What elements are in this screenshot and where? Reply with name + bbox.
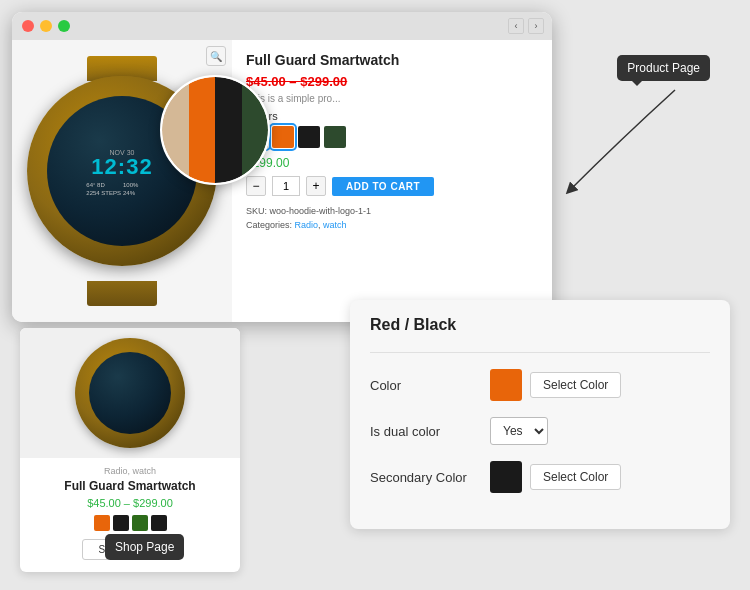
watch-stats: 64° 8D100% 2254 STEPS24% xyxy=(86,182,157,196)
minimize-button[interactable] xyxy=(40,20,52,32)
color-zoom-popup xyxy=(160,75,270,185)
secondary-color-control: Select Color xyxy=(490,461,621,493)
watch-time-display: 12:32 xyxy=(91,156,152,178)
current-price: $299.00 xyxy=(246,156,538,170)
shop-category: Radio, watch xyxy=(32,466,228,476)
categories-text: Categories: Radio, watch xyxy=(246,218,538,232)
popup-swatch-orange xyxy=(189,77,216,183)
add-to-cart-row: − + ADD TO CART xyxy=(246,176,538,196)
shop-swatch-black1[interactable] xyxy=(113,515,129,531)
panel-divider xyxy=(370,352,710,353)
popup-swatches xyxy=(162,77,268,183)
colors-label: Colors xyxy=(246,110,538,122)
quantity-input[interactable] xyxy=(272,176,300,196)
select-primary-color-button[interactable]: Select Color xyxy=(530,372,621,398)
color-swatches-row xyxy=(246,126,538,148)
secondary-color-row: Secondary Color Select Color xyxy=(370,461,710,493)
close-button[interactable] xyxy=(22,20,34,32)
shop-watch-case xyxy=(75,338,185,448)
dual-color-control: Yes No xyxy=(490,417,548,445)
dual-color-row: Is dual color Yes No xyxy=(370,417,710,445)
category-watch-link[interactable]: watch xyxy=(323,220,347,230)
add-to-cart-button[interactable]: ADD TO CART xyxy=(332,177,434,196)
right-config-panel: Red / Black Color Select Color Is dual c… xyxy=(350,300,730,529)
color-control: Select Color xyxy=(490,369,621,401)
shop-watch-image xyxy=(20,328,240,458)
product-description: This is a simple pro... xyxy=(246,93,538,104)
product-detail-panel: ‹ › Full Guard Smartwatch $45.00 – $299.… xyxy=(232,40,552,322)
shop-swatch-green[interactable] xyxy=(132,515,148,531)
titlebar xyxy=(12,12,552,40)
color-row: Color Select Color xyxy=(370,369,710,401)
tooltip-shop-page: Shop Page xyxy=(105,534,184,560)
select-secondary-color-button[interactable]: Select Color xyxy=(530,464,621,490)
secondary-color-label: Secondary Color xyxy=(370,470,490,485)
product-title: Full Guard Smartwatch xyxy=(246,52,538,68)
sku-text: SKU: woo-hoodie-with-logo-1-1 xyxy=(246,204,538,218)
swatch-green[interactable] xyxy=(324,126,346,148)
category-radio-link[interactable]: Radio xyxy=(295,220,319,230)
popup-swatch-black xyxy=(215,77,242,183)
dual-color-select[interactable]: Yes No xyxy=(490,417,548,445)
color-field-label: Color xyxy=(370,378,490,393)
shop-watch-face xyxy=(89,352,171,434)
dual-color-label: Is dual color xyxy=(370,424,490,439)
tooltip-product-page: Product Page xyxy=(617,55,710,81)
maximize-button[interactable] xyxy=(58,20,70,32)
swatch-black[interactable] xyxy=(298,126,320,148)
shop-price: $45.00 – $299.00 xyxy=(32,497,228,509)
shop-swatch-black2[interactable] xyxy=(151,515,167,531)
shop-swatches xyxy=(32,515,228,531)
window-content: 🔍 NOV 30 12:32 64° 8D100% 2254 STEPS24% xyxy=(12,40,552,322)
watch-band-bottom xyxy=(87,281,157,306)
panel-title: Red / Black xyxy=(370,316,710,334)
primary-color-swatch[interactable] xyxy=(490,369,522,401)
secondary-color-swatch[interactable] xyxy=(490,461,522,493)
shop-product-name: Full Guard Smartwatch xyxy=(32,479,228,493)
qty-increase-button[interactable]: + xyxy=(306,176,326,196)
qty-decrease-button[interactable]: − xyxy=(246,176,266,196)
mac-window: 🔍 NOV 30 12:32 64° 8D100% 2254 STEPS24% xyxy=(12,12,552,322)
shop-swatch-orange[interactable] xyxy=(94,515,110,531)
product-price-range: $45.00 – $299.00 xyxy=(246,74,538,89)
swatch-orange[interactable] xyxy=(272,126,294,148)
